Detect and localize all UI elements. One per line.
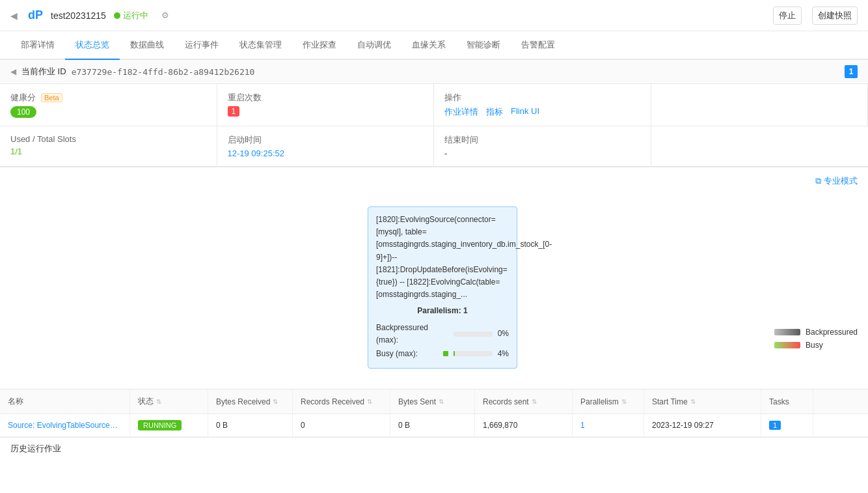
th-records-sent: Records sent ⇅ [475,389,573,414]
td-status: RUNNING [130,414,208,436]
action-metrics[interactable]: 指标 [486,106,503,118]
th-start-time: Start Time ⇅ [644,389,761,414]
job-id-left: ◀ 当前作业 ID e737729e-f182-4ffd-86b2-a89412… [10,66,254,77]
table-scroll[interactable]: 名称 状态 ⇅ Bytes Received ⇅ Records Receive… [0,389,868,437]
beta-tag: Beta [41,93,62,102]
back-arrow-icon[interactable]: ◀ [10,10,18,21]
tasks-badge: 1 [769,421,781,430]
backpressured-color-swatch [774,329,800,335]
legend-busy-label: Busy [806,341,823,350]
action-links: 作业详情 指标 Flink UI [444,106,640,118]
footer-label: 历史运行作业 [10,444,61,453]
snapshot-button[interactable]: 创建快照 [812,7,858,25]
busy-metric: Busy (max): 4% [376,348,509,360]
professional-mode-button[interactable]: ⧉ 专业模式 [815,175,858,187]
th-parallelism: Parallelism ⇅ [573,389,644,414]
slots-value: 1/1 [10,147,206,156]
th-records-received: Records Received ⇅ [293,389,390,414]
job-id-badge: 1 [845,65,858,78]
start-time-value: 12-19 09:25:52 [228,148,424,158]
td-records-sent: 1,669,870 [475,414,573,436]
end-time-label: 结束时间 [444,134,640,146]
th-bytes-received: Bytes Received ⇅ [208,389,293,414]
busy-bar-group: 4% [443,348,509,360]
th-bytes-sent: Bytes Sent ⇅ [390,389,475,414]
td-tasks: 1 [761,414,813,436]
header: ◀ dP test20231215 运行中 ⚙ 停止 创建快照 [0,0,868,31]
td-parallelism[interactable]: 1 [573,414,644,436]
action-flink-ui[interactable]: Flink UI [511,106,539,118]
backpressured-bar-group: 0% [451,328,509,340]
node-tooltip: [1820]:EvolvingSource(connector=[mysql],… [368,206,517,369]
status-indicator: 运行中 [114,10,148,21]
tab-diagnosis[interactable]: 智能诊断 [456,31,511,60]
legend-backpressured: Backpressured [774,328,858,337]
start-time-label: 启动时间 [228,134,424,146]
sort-parallelism-icon[interactable]: ⇅ [621,398,627,405]
busy-bar-indicator [443,351,448,356]
legend-backpressured-label: Backpressured [806,328,858,337]
tab-lineage[interactable]: 血缘关系 [401,31,456,60]
table-header: 名称 状态 ⇅ Bytes Received ⇅ Records Receive… [0,389,868,414]
tab-events[interactable]: 运行事件 [174,31,229,60]
status-dot-icon [114,12,120,19]
job-id-bar: ◀ 当前作业 ID e737729e-f182-4ffd-86b2-a89412… [0,60,868,84]
sort-records-sent-icon[interactable]: ⇅ [532,398,537,405]
td-bytes-sent: 0 B [390,414,475,436]
tab-metrics[interactable]: 数据曲线 [120,31,174,60]
tab-state[interactable]: 状态集管理 [229,31,292,60]
restart-value: 1 [228,106,424,117]
settings-icon[interactable]: ⚙ [161,10,169,20]
restart-badge: 1 [228,106,240,117]
td-name[interactable]: Source: EvolvingTableSourceSca... [0,414,130,436]
busy-bar [454,351,455,356]
legend-busy: Busy [774,341,858,350]
health-badge: 100 [10,106,36,118]
end-time-cell: 结束时间 - [434,126,651,167]
app-title: test20231215 [51,10,106,21]
sort-bytes-received-icon[interactable]: ⇅ [273,398,278,405]
sort-start-time-icon[interactable]: ⇅ [690,398,696,405]
restart-label: 重启次数 [228,92,424,104]
operation-cell: 操作 作业详情 指标 Flink UI [434,84,651,126]
sort-bytes-sent-icon[interactable]: ⇅ [439,398,444,405]
busy-label: Busy (max): [376,348,418,360]
node-title: [1820]:EvolvingSource(connector=[mysql],… [376,214,509,301]
footer-section: 历史运行作业 [0,437,868,460]
job-id-arrow-icon[interactable]: ◀ [10,67,16,76]
node-parallelism: Parallelism: 1 [376,305,509,317]
header-right: 停止 创建快照 [773,7,858,25]
info-grid: 健康分 Beta 100 重启次数 1 操作 作业详情 指标 Flink UI … [0,84,868,167]
status-label: 运行中 [123,10,148,21]
end-time-value: - [444,148,640,158]
stop-button[interactable]: 停止 [773,7,802,25]
empty-cell [651,84,869,126]
tab-alerts[interactable]: 告警配置 [511,31,565,60]
operation-value: 作业详情 指标 Flink UI [444,106,640,118]
backpressured-bar-container [454,331,493,337]
td-start-time: 2023-12-19 09:27 [644,414,761,436]
tab-tuning[interactable]: 自动调优 [347,31,401,60]
table-row: Source: EvolvingTableSourceSca... RUNNIN… [0,414,868,437]
tab-detail[interactable]: 部署详情 [10,31,65,60]
logo: dP [28,8,43,22]
sort-status-icon[interactable]: ⇅ [156,398,161,405]
td-bytes-received: 0 B [208,414,293,436]
health-label: 健康分 Beta [10,92,206,104]
canvas-area: ⧉ 专业模式 [1820]:EvolvingSource(connector=[… [0,167,868,389]
restart-cell: 重启次数 1 [217,84,435,126]
slots-label: Used / Total Slots [10,134,206,144]
legend: Backpressured Busy [774,328,858,350]
job-id-value: e737729e-f182-4ffd-86b2-a89412b26210 [72,67,255,77]
nav-tabs: 部署详情 状态总览 数据曲线 运行事件 状态集管理 作业探查 自动调优 血缘关系… [0,31,868,60]
busy-green-dot [443,351,448,356]
sort-records-received-icon[interactable]: ⇅ [367,398,372,405]
action-job-detail[interactable]: 作业详情 [444,106,478,118]
backpressured-value: 0% [498,328,509,340]
slots-cell: Used / Total Slots 1/1 [0,126,217,167]
backpressured-metric: Backpressured (max): 0% [376,322,509,346]
operation-label: 操作 [444,92,640,104]
tab-jobs[interactable]: 作业探查 [292,31,347,60]
backpressured-label: Backpressured (max): [376,322,451,346]
tab-overview[interactable]: 状态总览 [65,31,120,60]
